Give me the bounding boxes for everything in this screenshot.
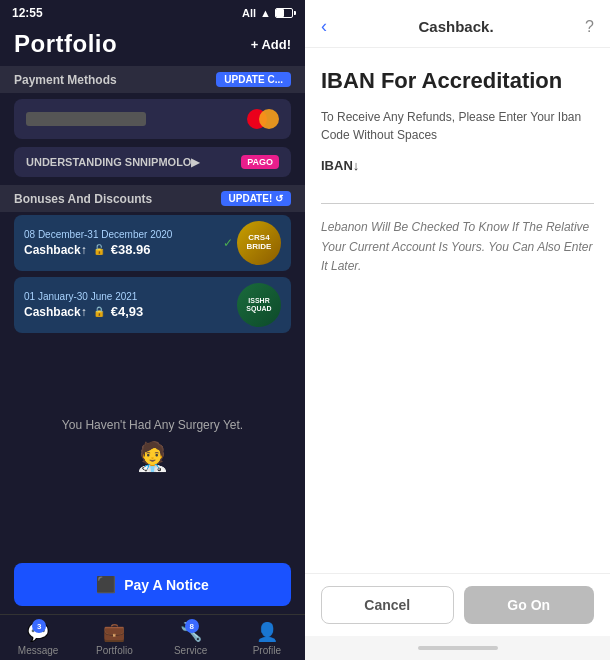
bottom-nav: 3 💬 Message 💼 Portfolio 8 🔧 Service 👤 Pr… <box>0 614 305 660</box>
bottom-line <box>418 646 498 650</box>
battery-icon <box>275 8 293 18</box>
iban-input[interactable] <box>321 175 594 204</box>
nav-item-message[interactable]: 3 💬 Message <box>0 621 76 656</box>
wifi-icon: ▲ <box>260 7 271 19</box>
cashback-label-row-2: Cashback↑ 🔒 €4,93 <box>24 304 143 319</box>
pago-badge: PAGO <box>241 155 279 169</box>
person-icon: 🧑‍⚕️ <box>135 440 170 473</box>
right-panel: ‹ Cashback. ? IBAN For Accreditation To … <box>305 0 610 660</box>
card-number-mask <box>26 112 146 126</box>
payment-methods-label: Payment Methods <box>14 73 117 87</box>
portfolio-label: Portfolio <box>96 645 133 656</box>
cancel-button[interactable]: Cancel <box>321 586 454 624</box>
left-panel: 12:55 All ▲ Portfolio + Add! Payment Met… <box>0 0 305 660</box>
lock-icon-2: 🔒 <box>93 306 105 317</box>
mastercard-icon <box>247 109 279 129</box>
cashback-left-2: 01 January-30 June 2021 Cashback↑ 🔒 €4,9… <box>24 291 143 319</box>
cashback-label-row-1: Cashback↑ 🔓 €38.96 <box>24 242 172 257</box>
cashback-row-1: 08 December-31 December 2020 Cashback↑ 🔓… <box>14 215 291 271</box>
profile-label: Profile <box>253 645 281 656</box>
right-bottom-bar <box>305 636 610 660</box>
iban-field-group: IBAN↓ <box>321 158 594 204</box>
help-button[interactable]: ? <box>585 18 594 36</box>
cashback-date-1: 08 December-31 December 2020 <box>24 229 172 240</box>
mc-orange-circle <box>259 109 279 129</box>
update-bonuses-button[interactable]: UPDATE! ↺ <box>221 191 291 206</box>
nav-item-service[interactable]: 8 🔧 Service <box>153 621 229 656</box>
portfolio-icon: 💼 <box>103 621 125 643</box>
checkmark-icon-1: ✓ <box>223 236 233 250</box>
right-header: ‹ Cashback. ? <box>305 0 610 48</box>
cashback-label-1: Cashback↑ <box>24 243 87 257</box>
no-surgery-area: You Haven't Had Any Surgery Yet. 🧑‍⚕️ <box>0 336 305 555</box>
portfolio-title: Portfolio <box>14 30 117 58</box>
message-label: Message <box>18 645 59 656</box>
pay-notice-label: Pay A Notice <box>124 577 209 593</box>
go-on-button[interactable]: Go On <box>464 586 595 624</box>
crs4-badge: CRS4BRIDE <box>237 221 281 265</box>
iban-subtitle: To Receive Any Refunds, Please Enter You… <box>321 108 594 144</box>
iban-note: Lebanon Will Be Checked To Know If The R… <box>321 218 594 276</box>
nav-item-portfolio[interactable]: 💼 Portfolio <box>76 621 152 656</box>
pago-row: UNDERSTANDING SNNIPMOLO▶ PAGO <box>14 147 291 177</box>
pago-text: UNDERSTANDING SNNIPMOLO▶ <box>26 156 199 169</box>
status-icons: All ▲ <box>242 7 293 19</box>
isshr-badge: ISSHRSQUAD <box>237 283 281 327</box>
bonuses-label: Bonuses And Discounts <box>14 192 152 206</box>
cashback-row-2: 01 January-30 June 2021 Cashback↑ 🔒 €4,9… <box>14 277 291 333</box>
cashback-date-2: 01 January-30 June 2021 <box>24 291 143 302</box>
pay-notice-button[interactable]: ⬛ Pay A Notice <box>14 563 291 606</box>
iban-main-title: IBAN For Accreditation <box>321 68 594 94</box>
network-text: All <box>242 7 256 19</box>
cashback-amount-1: €38.96 <box>111 242 151 257</box>
right-title: Cashback. <box>419 18 494 35</box>
no-surgery-text: You Haven't Had Any Surgery Yet. <box>62 418 243 432</box>
nav-item-profile[interactable]: 👤 Profile <box>229 621 305 656</box>
portfolio-header: Portfolio + Add! <box>0 26 305 66</box>
service-badge: 8 <box>185 619 199 633</box>
add-button[interactable]: + Add! <box>251 37 291 52</box>
card-area <box>14 99 291 139</box>
update-payment-button[interactable]: UPDATE C... <box>216 72 291 87</box>
back-button[interactable]: ‹ <box>321 16 327 37</box>
right-footer: Cancel Go On <box>305 573 610 636</box>
profile-icon: 👤 <box>256 621 278 643</box>
cashback-left-1: 08 December-31 December 2020 Cashback↑ 🔓… <box>24 229 172 257</box>
time: 12:55 <box>12 6 43 20</box>
crs4-text: CRS4BRIDE <box>247 234 272 252</box>
iban-input-label: IBAN↓ <box>321 158 594 173</box>
bonuses-header: Bonuses And Discounts UPDATE! ↺ <box>0 185 305 212</box>
service-label: Service <box>174 645 207 656</box>
right-content: IBAN For Accreditation To Receive Any Re… <box>305 48 610 573</box>
payment-methods-header: Payment Methods UPDATE C... <box>0 66 305 93</box>
cashback-amount-2: €4,93 <box>111 304 144 319</box>
isshr-text: ISSHRSQUAD <box>246 297 271 314</box>
status-bar: 12:55 All ▲ <box>0 0 305 26</box>
lock-icon-1: 🔓 <box>93 244 105 255</box>
qr-icon: ⬛ <box>96 575 116 594</box>
cashback-label-2: Cashback↑ <box>24 305 87 319</box>
